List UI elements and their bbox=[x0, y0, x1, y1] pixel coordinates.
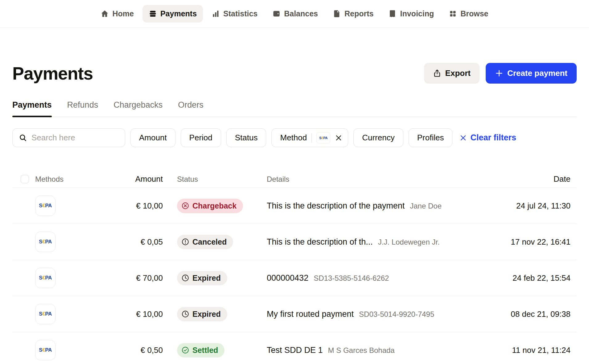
sepa-method-badge: S€PA bbox=[35, 196, 56, 216]
nav-item-browse[interactable]: Browse bbox=[443, 5, 494, 23]
payments-icon bbox=[149, 10, 157, 18]
nav-item-label: Browse bbox=[460, 9, 488, 18]
check-circle-icon bbox=[181, 346, 189, 354]
browse-icon bbox=[449, 10, 457, 18]
nav-item-label: Statistics bbox=[223, 9, 257, 18]
clear-filters-label: Clear filters bbox=[470, 133, 516, 143]
filter-method-label: Method bbox=[280, 133, 307, 143]
export-icon bbox=[433, 69, 441, 77]
payment-description: 000000432 bbox=[267, 273, 308, 283]
payment-description: My first routed payment bbox=[267, 309, 354, 319]
sepa-method-badge: S€PA bbox=[35, 232, 56, 252]
filter-amount[interactable]: Amount bbox=[130, 128, 175, 147]
page-title: Payments bbox=[12, 63, 93, 84]
status-badge: Canceled bbox=[177, 235, 233, 249]
nav-item-home[interactable]: Home bbox=[94, 5, 140, 23]
search-box[interactable] bbox=[12, 128, 125, 147]
filter-status[interactable]: Status bbox=[226, 128, 266, 147]
payment-secondary: J.J. Lodewegen Jr. bbox=[378, 238, 440, 246]
remove-method-filter-icon[interactable] bbox=[335, 134, 342, 142]
status-label: Expired bbox=[192, 310, 221, 319]
status-badge: Expired bbox=[177, 307, 227, 321]
clock-icon bbox=[181, 274, 189, 282]
nav-item-label: Invoicing bbox=[400, 9, 434, 18]
column-header-status: Status bbox=[163, 175, 267, 184]
invoicing-icon bbox=[388, 10, 397, 18]
balances-icon bbox=[272, 10, 281, 18]
page-header: Payments Export Create payment bbox=[12, 63, 577, 84]
payment-amount: € 10,00 bbox=[123, 201, 163, 211]
table-row[interactable]: S€PA € 0,50 Settled Test SDD DE 1M S Gar… bbox=[12, 332, 577, 364]
plus-icon bbox=[495, 69, 503, 77]
table-row[interactable]: S€PA € 10,00 Expired My first routed pay… bbox=[12, 296, 577, 332]
clear-filters-x-icon bbox=[459, 134, 467, 142]
status-badge: Expired bbox=[177, 271, 227, 285]
payment-date: 08 dec 21, 09:38 bbox=[506, 309, 577, 319]
chargeback-icon bbox=[181, 202, 189, 210]
clock-icon bbox=[181, 310, 189, 318]
canceled-icon bbox=[181, 238, 189, 246]
payment-amount: € 0,05 bbox=[123, 237, 163, 247]
tab-refunds[interactable]: Refunds bbox=[67, 100, 98, 117]
column-header-details: Details bbox=[267, 175, 506, 184]
reports-icon bbox=[333, 10, 341, 18]
column-header-date: Date bbox=[506, 174, 577, 184]
status-badge: Chargeback bbox=[177, 199, 243, 213]
payment-date: 24 feb 22, 15:54 bbox=[506, 273, 577, 283]
export-button[interactable]: Export bbox=[424, 63, 480, 84]
payments-table: Methods Amount Status Details Date S€PA … bbox=[12, 171, 577, 364]
status-label: Expired bbox=[192, 274, 221, 283]
section-tabs: Payments Refunds Chargebacks Orders bbox=[12, 100, 577, 117]
table-header: Methods Amount Status Details Date bbox=[12, 171, 577, 188]
nav-item-invoicing[interactable]: Invoicing bbox=[382, 5, 440, 23]
payment-secondary: Jane Doe bbox=[410, 202, 442, 210]
table-row[interactable]: S€PA € 0,05 Canceled This is the descrip… bbox=[12, 224, 577, 260]
payment-description: This is the description of the payment bbox=[267, 201, 405, 211]
filter-period[interactable]: Period bbox=[181, 128, 221, 147]
export-button-label: Export bbox=[445, 68, 471, 78]
table-row[interactable]: S€PA € 70,00 Expired 000000432SD13-5385-… bbox=[12, 260, 577, 296]
payment-secondary: SD03-5014-9920-7495 bbox=[359, 310, 434, 319]
clear-filters-button[interactable]: Clear filters bbox=[459, 133, 516, 143]
header-actions: Export Create payment bbox=[424, 63, 577, 84]
nav-item-label: Payments bbox=[160, 9, 197, 18]
nav-item-reports[interactable]: Reports bbox=[327, 5, 380, 23]
payment-date: 11 nov 21, 11:24 bbox=[506, 345, 577, 355]
column-header-amount: Amount bbox=[123, 174, 163, 184]
payment-amount: € 10,00 bbox=[123, 309, 163, 319]
search-icon bbox=[19, 134, 27, 142]
select-all-checkbox[interactable] bbox=[21, 175, 29, 183]
table-row[interactable]: S€PA € 10,00 Chargeback This is the desc… bbox=[12, 188, 577, 224]
nav-item-label: Home bbox=[112, 9, 134, 18]
payment-description: This is the description of th... bbox=[267, 237, 373, 247]
tab-orders[interactable]: Orders bbox=[178, 100, 204, 117]
divider bbox=[311, 133, 312, 143]
sepa-method-badge: S€PA bbox=[35, 268, 56, 288]
payment-amount: € 0,50 bbox=[123, 345, 163, 355]
payment-secondary: M S Garces Bohada bbox=[328, 346, 395, 355]
payment-date: 17 nov 22, 16:41 bbox=[506, 237, 577, 247]
column-header-methods: Methods bbox=[35, 175, 123, 184]
payment-secondary: SD13-5385-5146-6262 bbox=[314, 274, 389, 283]
status-label: Canceled bbox=[192, 238, 227, 246]
status-label: Chargeback bbox=[192, 201, 237, 210]
search-input[interactable] bbox=[31, 133, 119, 143]
create-payment-button[interactable]: Create payment bbox=[486, 63, 577, 84]
tab-chargebacks[interactable]: Chargebacks bbox=[113, 100, 163, 117]
nav-item-payments[interactable]: Payments bbox=[142, 5, 203, 23]
nav-item-balances[interactable]: Balances bbox=[266, 5, 324, 23]
filter-method[interactable]: Method S€PA bbox=[271, 128, 348, 147]
filter-profiles[interactable]: Profiles bbox=[409, 128, 453, 147]
payment-description: Test SDD DE 1 bbox=[267, 345, 323, 355]
sepa-method-chip: S€PA bbox=[316, 132, 330, 143]
filter-currency[interactable]: Currency bbox=[353, 128, 403, 147]
nav-item-label: Reports bbox=[344, 9, 373, 18]
sepa-method-badge: S€PA bbox=[35, 340, 56, 360]
payment-date: 24 jul 24, 11:30 bbox=[506, 201, 577, 211]
sepa-method-badge: S€PA bbox=[35, 304, 56, 324]
filter-bar: Amount Period Status Method S€PA Currenc… bbox=[12, 128, 577, 147]
tab-payments[interactable]: Payments bbox=[12, 100, 52, 117]
home-icon bbox=[101, 10, 109, 18]
nav-item-statistics[interactable]: Statistics bbox=[205, 5, 264, 23]
nav-item-label: Balances bbox=[284, 9, 318, 18]
